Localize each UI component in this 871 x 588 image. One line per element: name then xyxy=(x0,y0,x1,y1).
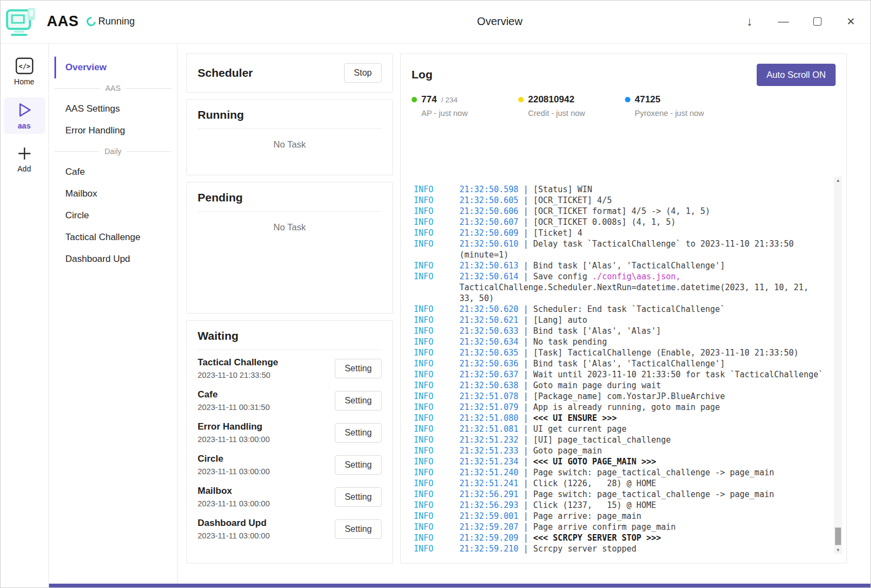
log-timestamp: 21:32:59.207 xyxy=(459,522,518,532)
log-message: <<< UI ENSURE >>> xyxy=(533,413,617,423)
log-line: INFO21:32:50.633 | Bind task ['Alas', 'A… xyxy=(414,326,836,336)
menu-item-tactical-challenge[interactable]: Tactical Challenge xyxy=(54,226,171,248)
log-level: INFO xyxy=(414,478,459,489)
log-content: 21:32:50.635 | [Task] TacticalChallenge … xyxy=(459,347,825,358)
play-icon xyxy=(16,101,33,119)
log-separator: | xyxy=(518,304,533,314)
waiting-task-name: Mailbox xyxy=(198,486,270,497)
icon-sidebar: </> Home aas Add xyxy=(0,44,49,588)
waiting-task-time: 2023-11-11 03:00:00 xyxy=(198,499,270,508)
log-line: INFO21:32:50.635 | [Task] TacticalChalle… xyxy=(414,347,836,358)
scroll-down-arrow-icon[interactable]: ▼ xyxy=(834,546,842,554)
waiting-task-info: Cafe2023-11-11 00:31:50 xyxy=(198,389,270,412)
log-scrollbar[interactable]: ▲ ▼ xyxy=(834,176,842,554)
menu-item-cafe[interactable]: Cafe xyxy=(54,161,171,183)
log-separator: | xyxy=(518,326,533,336)
log-separator: | xyxy=(518,337,533,347)
log-level: INFO xyxy=(414,445,459,456)
stat-credit: 220810942Credit - just now xyxy=(518,94,625,118)
menu-item-dashboard-upd[interactable]: Dashboard Upd xyxy=(54,248,171,270)
log-timestamp: 21:32:51.234 xyxy=(459,457,518,467)
log-level: INFO xyxy=(414,543,459,554)
log-level: INFO xyxy=(414,424,459,434)
log-content: 21:32:50.633 | Bind task ['Alas', 'Alas'… xyxy=(459,326,825,336)
plus-icon xyxy=(16,145,33,162)
menu-list: OverviewAASAAS SettingsError HandlingDai… xyxy=(54,57,171,270)
log-content: 21:32:50.607 | [OCR_TICKET 0.008s] (4, 1… xyxy=(459,217,825,228)
log-line: INFO21:32:59.207 | Page arrive confirm p… xyxy=(414,522,836,532)
log-card: Log Auto Scroll ON 774/ 234AP - just now… xyxy=(400,53,847,564)
menu-item-circle[interactable]: Circle xyxy=(54,205,171,226)
stop-button[interactable]: Stop xyxy=(344,63,382,83)
maximize-button[interactable] xyxy=(810,15,824,29)
minimize-button[interactable]: — xyxy=(776,15,790,29)
log-level: INFO xyxy=(414,511,459,522)
log-timestamp: 21:32:50.621 xyxy=(459,315,518,325)
setting-button-dashboard-upd[interactable]: Setting xyxy=(335,519,382,539)
menu-item-error-handling[interactable]: Error Handling xyxy=(54,120,171,142)
sidebar-item-home[interactable]: </> Home xyxy=(4,53,45,90)
stat-top: 220810942 xyxy=(518,94,625,105)
log-level: INFO xyxy=(414,532,459,543)
log-level: INFO xyxy=(414,402,459,413)
log-message: Goto page_main xyxy=(533,446,602,456)
log-timestamp: 21:32:59.209 xyxy=(459,533,518,543)
log-message: Goto main page during wait xyxy=(533,381,661,390)
running-status-label: Running xyxy=(99,16,135,27)
log-message: Bind task ['Alas', 'Alas'] xyxy=(533,326,661,336)
setting-button-circle[interactable]: Setting xyxy=(335,455,382,475)
stat-label: AP - just now xyxy=(412,109,518,118)
download-update-icon[interactable]: ↓ xyxy=(743,15,757,29)
sidebar-item-add[interactable]: Add xyxy=(4,142,45,177)
log-line: INFO21:32:50.621 | [Lang] auto xyxy=(414,315,836,326)
scroll-up-arrow-icon[interactable]: ▲ xyxy=(834,176,842,185)
auto-scroll-toggle[interactable]: Auto Scroll ON xyxy=(757,64,836,86)
setting-button-cafe[interactable]: Setting xyxy=(335,391,382,411)
log-message: [Lang] auto xyxy=(533,315,587,325)
stat-label: Credit - just now xyxy=(518,109,625,118)
waiting-task-name: Dashboard Upd xyxy=(198,518,270,529)
menu-item-mailbox[interactable]: Mailbox xyxy=(54,183,171,205)
log-line: INFO21:32:50.605 | [OCR_TICKET] 4/5 xyxy=(414,195,836,206)
log-line: INFO21:32:56.293 | Click (1237, 15) @ HO… xyxy=(414,500,836,511)
log-timestamp: 21:32:50.633 xyxy=(459,326,518,336)
setting-button-mailbox[interactable]: Setting xyxy=(335,487,382,507)
setting-button-tactical-challenge[interactable]: Setting xyxy=(335,359,382,378)
log-content: 21:32:51.241 | Click (1226, 28) @ HOME xyxy=(459,478,825,489)
pyroxene-dot-icon xyxy=(625,97,630,102)
log-separator: | xyxy=(518,446,533,456)
scrollbar-thumb[interactable] xyxy=(835,528,841,545)
waiting-task-name: Cafe xyxy=(198,389,270,400)
log-timestamp: 21:32:51.079 xyxy=(459,402,518,412)
log-timestamp: 21:32:51.080 xyxy=(459,413,518,423)
log-message: <<< SCRCPY SERVER STOP >>> xyxy=(533,533,661,543)
menu-item-aas-settings[interactable]: AAS Settings xyxy=(54,98,171,120)
scheduler-title: Scheduler xyxy=(198,66,253,79)
log-line: INFO21:32:50.613 | Bind task ['Alas', 'T… xyxy=(414,260,836,271)
log-line: INFO21:32:50.610 | Delay task `TacticalC… xyxy=(414,238,836,260)
log-message: App is already running, goto main page xyxy=(533,402,720,412)
log-separator: | xyxy=(518,457,533,467)
waiting-divider xyxy=(198,350,382,350)
menu-sidebar: OverviewAASAAS SettingsError HandlingDai… xyxy=(49,44,177,588)
setting-button-error-handling[interactable]: Setting xyxy=(335,423,382,443)
menu-group-divider-aas: AAS xyxy=(54,84,171,93)
log-level: INFO xyxy=(414,413,459,424)
log-level: INFO xyxy=(414,206,459,217)
log-timestamp: 21:32:50.607 xyxy=(459,217,518,227)
log-separator: | xyxy=(518,391,533,401)
close-button[interactable]: ✕ xyxy=(844,15,858,29)
log-timestamp: 21:32:50.598 xyxy=(459,185,518,194)
log-separator: | xyxy=(518,315,533,325)
log-separator: | xyxy=(518,533,533,543)
scheduler-card: Scheduler Stop xyxy=(186,53,393,93)
log-line: INFO21:32:50.609 | [Ticket] 4 xyxy=(414,228,836,238)
log-line: INFO21:32:51.081 | UI get current page xyxy=(414,424,836,434)
log-timestamp: 21:32:50.613 xyxy=(459,261,518,271)
log-line: INFO21:32:51.079 | App is already runnin… xyxy=(414,402,836,413)
log-level: INFO xyxy=(414,260,459,271)
log-content: 21:32:50.606 | [OCR_TICKET format] 4/5 -… xyxy=(459,206,825,217)
sidebar-item-aas[interactable]: aas xyxy=(4,97,45,134)
log-level: INFO xyxy=(414,336,459,347)
menu-item-overview[interactable]: Overview xyxy=(54,57,171,78)
